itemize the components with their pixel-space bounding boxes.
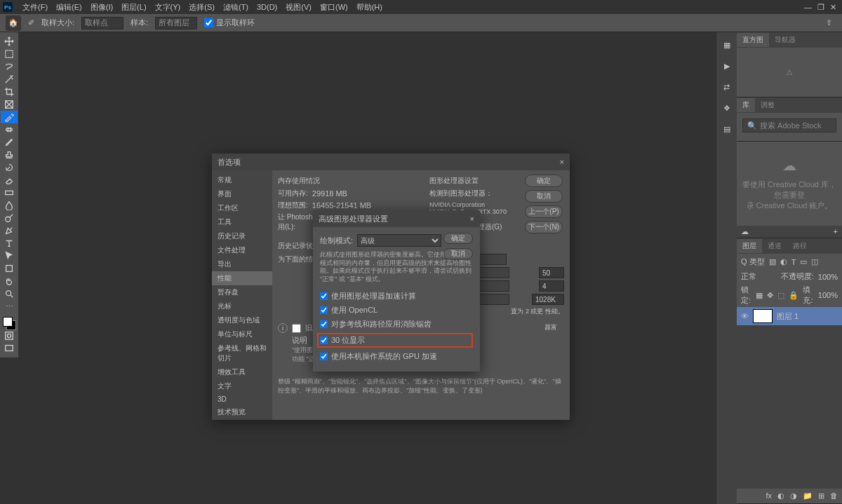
home-button[interactable]: 🏠 [6,15,21,31]
filter-smart-icon[interactable]: ◫ [811,257,818,266]
path-select-tool[interactable] [1,250,18,262]
prefs-3d[interactable]: 3D [212,393,272,405]
marquee-tool[interactable] [1,48,18,60]
prefs-performance[interactable]: 性能 [212,271,272,285]
opacity-value[interactable]: 100% [818,273,838,281]
trash-icon[interactable]: 🗑 [830,491,838,500]
menu-edit[interactable]: 编辑(E) [52,1,86,14]
minimize-icon[interactable]: — [804,3,812,12]
layer-thumbnail[interactable] [753,309,773,323]
filter-adj-icon[interactable]: ◐ [780,257,787,266]
cloud-small-icon[interactable]: ☁ [741,227,749,236]
shape-tool[interactable] [1,262,18,275]
prefs-next-button[interactable]: 下一个(N) [525,221,563,233]
filter-pixel-icon[interactable]: ▧ [769,257,776,266]
cache-val-1[interactable] [539,267,564,278]
sample-input[interactable] [155,17,197,29]
prefs-filehandling[interactable]: 文件处理 [212,243,272,257]
screen-mode-tool[interactable] [1,342,18,355]
gpu-ok-button[interactable]: 确定 [443,233,473,244]
cb-native-gpu[interactable] [320,353,328,360]
brush-tool[interactable] [1,136,18,149]
new-layer-icon[interactable]: ⊞ [818,491,824,500]
library-search[interactable]: 🔍搜索 Adobe Stock [742,118,836,132]
cache-val-3[interactable] [532,294,564,305]
prefs-type[interactable]: 文字 [212,379,272,393]
prefs-guides[interactable]: 参考线、网格和切片 [212,341,272,365]
prefs-scratch[interactable]: 暂存盘 [212,285,272,299]
prefs-close-button[interactable]: × [560,158,564,166]
crop-tool[interactable] [1,86,18,98]
history-brush-tool[interactable] [1,161,18,174]
blend-mode[interactable]: 正常 [741,271,756,282]
cb-opencl[interactable] [320,306,328,314]
filter-shape-icon[interactable]: ▭ [800,257,807,266]
menu-image[interactable]: 图像(I) [86,1,117,14]
menu-help[interactable]: 帮助(H) [352,1,387,14]
heal-tool[interactable] [1,123,18,136]
lock-art-icon[interactable]: ⬚ [777,291,784,300]
gpu-cancel-button[interactable]: 取消 [443,248,473,259]
strip-icon-2[interactable]: ▶ [720,59,734,73]
eyedropper-tool[interactable] [1,111,18,123]
prefs-history[interactable]: 历史记录 [212,229,272,243]
strip-icon-5[interactable]: ▤ [720,122,734,136]
fill-value[interactable]: 100% [818,291,838,299]
lock-all-icon[interactable]: 🔒 [789,291,798,300]
tab-layers[interactable]: 图层 [737,239,762,253]
sample-size-input[interactable] [81,17,123,29]
pen-tool[interactable] [1,224,18,237]
gradient-tool[interactable] [1,186,18,199]
share-icon[interactable]: ⇧ [821,15,836,31]
cb-gpu-accel[interactable] [320,292,328,300]
menu-view[interactable]: 视图(V) [281,1,316,14]
mask-icon[interactable]: ◐ [777,491,784,500]
tab-library[interactable]: 库 [737,98,755,112]
menu-3d[interactable]: 3D(D) [253,1,281,13]
menu-select[interactable]: 选择(S) [185,1,219,14]
tab-channels[interactable]: 通道 [762,239,787,253]
blur-tool[interactable] [1,199,18,212]
menu-file[interactable]: 文件(F) [18,1,52,14]
dodge-tool[interactable] [1,212,18,224]
add-icon[interactable]: + [834,227,838,236]
cb-antialias[interactable] [320,320,328,328]
fx-icon[interactable]: fx [766,491,772,500]
menu-layer[interactable]: 图层(L) [117,1,150,14]
wand-tool[interactable] [1,73,18,86]
prefs-prev-button[interactable]: 上一个(P) [525,205,563,218]
prefs-plugins[interactable]: 增效工具 [212,365,272,379]
visibility-icon[interactable]: 👁 [741,312,749,320]
menu-type[interactable]: 文字(Y) [151,1,185,14]
show-sample-ring-checkbox[interactable] [204,18,213,27]
stamp-tool[interactable] [1,149,18,161]
filter-type-icon[interactable]: T [791,258,796,266]
quickmask-tool[interactable] [1,329,18,342]
prefs-units[interactable]: 单位与标尺 [212,327,272,341]
prefs-interface[interactable]: 界面 [212,187,272,201]
lasso-tool[interactable] [1,60,18,73]
tab-paths[interactable]: 路径 [787,239,813,253]
tab-navigator[interactable]: 导航器 [769,33,801,47]
prefs-workspace[interactable]: 工作区 [212,201,272,215]
menu-filter[interactable]: 滤镜(T) [219,1,253,14]
type-tool[interactable] [1,237,18,250]
lock-pixel-icon[interactable]: ▦ [756,291,763,300]
tab-histogram[interactable]: 直方图 [737,33,769,47]
prefs-cursors[interactable]: 光标 [212,299,272,313]
cache-val-2[interactable] [539,280,564,292]
strip-icon-4[interactable]: ❖ [720,101,734,115]
strip-icon-1[interactable]: ▦ [720,38,734,52]
close-icon[interactable]: ✕ [830,3,836,12]
adj-icon[interactable]: ◑ [790,491,797,500]
zoom-tool[interactable] [1,287,18,300]
maximize-icon[interactable]: ❐ [817,3,824,12]
gpu-dlg-close-button[interactable]: × [470,214,474,223]
prefs-general[interactable]: 常规 [212,173,272,187]
draw-mode-select[interactable]: 高级 [357,234,441,247]
prefs-techpreview[interactable]: 技术预览 [212,405,272,419]
legacy-checkbox[interactable] [292,324,301,333]
prefs-tools[interactable]: 工具 [212,215,272,229]
prefs-transparency[interactable]: 透明度与色域 [212,313,272,327]
eraser-tool[interactable] [1,174,18,186]
